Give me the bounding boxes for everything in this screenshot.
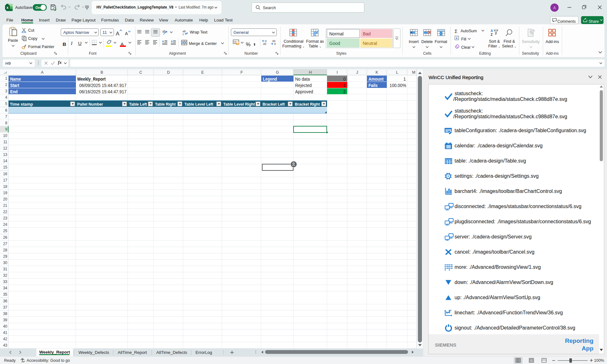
svg-text:x: x — [6, 5, 9, 10]
svg-text:c: c — [183, 32, 184, 35]
svg-text:Z: Z — [491, 33, 493, 36]
svg-text:A: A — [491, 29, 493, 33]
